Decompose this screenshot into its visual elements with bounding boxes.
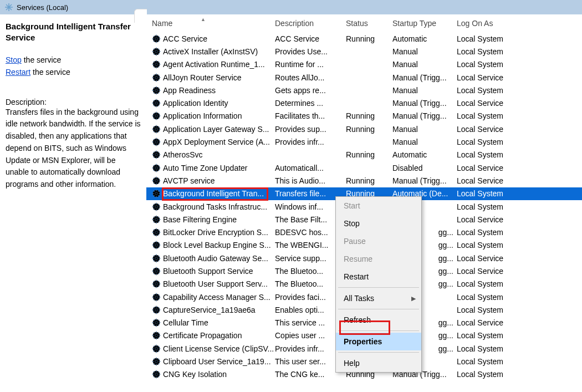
cell-description: This is Audio... (275, 176, 346, 185)
menu-help[interactable]: Help (336, 354, 421, 372)
column-headers: Name ▲ Description Status Startup Type L… (146, 14, 582, 32)
cell-logon: Local System (457, 111, 534, 120)
gear-icon (152, 111, 161, 120)
gear-icon (152, 344, 161, 353)
service-row[interactable]: Application Layer Gateway S...Provides s… (146, 123, 582, 135)
service-row[interactable]: ActiveX Installer (AxInstSV)Provides Use… (146, 45, 582, 58)
cell-logon: Local System (457, 189, 534, 198)
cell-name: Base Filtering Engine (163, 215, 275, 224)
gear-icon (152, 99, 161, 108)
service-row[interactable]: Agent Activation Runtime_1...Runtime for… (146, 58, 582, 71)
gear-icon (152, 318, 161, 327)
cell-name: CaptureService_1a19ae6a (163, 306, 275, 314)
sort-asc-icon: ▲ (201, 17, 206, 22)
cell-startup: Automatic (392, 34, 457, 43)
cell-name: AVCTP service (163, 176, 275, 185)
gear-icon (152, 189, 161, 198)
gear-icon (152, 241, 161, 250)
cell-logon: Local Service (457, 318, 534, 327)
cell-description: Provides sup... (275, 125, 346, 134)
submenu-caret-icon: ▶ (411, 295, 416, 302)
menu-separator (338, 330, 419, 331)
col-startup[interactable]: Startup Type (392, 19, 457, 28)
cell-name: Background Tasks Infrastruc... (163, 202, 275, 211)
cell-logon: Local System (457, 60, 534, 69)
service-row[interactable]: AllJoyn Router ServiceRoutes AllJo...Man… (146, 71, 582, 84)
col-status[interactable]: Status (346, 19, 392, 28)
service-row[interactable]: AppX Deployment Service (A...Provides in… (146, 135, 582, 148)
service-row[interactable]: Application IdentityDetermines ...Manual… (146, 96, 582, 109)
gear-icon (152, 202, 161, 211)
menu-properties[interactable]: Properties (336, 333, 421, 350)
gear-icon (152, 176, 161, 185)
cell-name: Bluetooth Audio Gateway Se... (163, 254, 275, 263)
cell-name: AppX Deployment Service (A... (163, 138, 275, 146)
cell-logon: Local Service (457, 99, 534, 108)
cell-logon: Local Service (457, 267, 534, 276)
gear-icon (152, 370, 161, 379)
gear-icon (152, 331, 161, 340)
menu-all-tasks[interactable]: All Tasks ▶ (336, 289, 421, 307)
cell-logon: Local Service (457, 73, 534, 82)
gear-icon (152, 138, 161, 146)
cell-name: Bluetooth User Support Serv... (163, 279, 275, 288)
cell-startup: Manual (392, 47, 457, 56)
service-row[interactable]: AVCTP serviceThis is Audio...RunningManu… (146, 174, 582, 187)
gear-icon (152, 150, 161, 159)
gear-icon (152, 267, 161, 276)
cell-status: Running (346, 34, 392, 43)
cell-description: ACC Service (275, 34, 346, 43)
menu-refresh[interactable]: Refresh (336, 311, 421, 329)
cell-name: Certificate Propagation (163, 331, 275, 340)
gear-icon (152, 254, 161, 263)
description-body: Transfers files in the background using … (6, 106, 141, 191)
service-row[interactable]: Application InformationFacilitates th...… (146, 110, 582, 123)
stop-service-link[interactable]: Stop (6, 55, 22, 64)
menu-stop[interactable]: Stop (336, 215, 421, 232)
col-logon[interactable]: Log On As (457, 19, 534, 28)
cell-name: Background Intelligent Tran... (163, 189, 275, 198)
cell-logon: Local System (457, 150, 534, 159)
menu-restart[interactable]: Restart (336, 268, 421, 286)
cell-startup: Manual (392, 125, 457, 134)
cell-logon: Local System (457, 331, 534, 340)
cell-name: Application Identity (163, 99, 275, 108)
cell-startup: Manual (Trigg... (392, 99, 457, 108)
cell-description: Runtime for ... (275, 60, 346, 69)
gear-icon (152, 357, 161, 366)
cell-logon: Local System (457, 228, 534, 237)
cell-logon: Local System (457, 86, 534, 95)
restart-suffix: the service (30, 68, 70, 77)
restart-service-link[interactable]: Restart (6, 68, 30, 77)
cell-name: Client License Service (ClipSV... (163, 344, 275, 353)
cell-description: Gets apps re... (275, 86, 346, 95)
col-name[interactable]: Name ▲ (152, 19, 275, 28)
detail-pane: Background Intelligent Transfer Service … (0, 14, 146, 392)
cell-name: Agent Activation Runtime_1... (163, 60, 275, 69)
gear-icon (152, 34, 161, 43)
cell-name: AtherosSvc (163, 150, 275, 159)
service-row[interactable]: App ReadinessGets apps re...ManualLocal … (146, 84, 582, 96)
cell-status: Running (346, 176, 392, 185)
cell-status: Running (346, 150, 392, 159)
cell-startup: Disabled (392, 164, 457, 172)
menu-start: Start (336, 197, 421, 215)
cell-name: Block Level Backup Engine S... (163, 241, 275, 250)
cell-logon: Local Service (457, 125, 534, 134)
service-row[interactable]: ACC ServiceACC ServiceRunningAutomaticLo… (146, 32, 582, 45)
cell-description: Automaticall... (275, 164, 346, 172)
gear-icon (152, 279, 161, 288)
cell-logon: Local System (457, 293, 534, 302)
cell-name: Auto Time Zone Updater (163, 164, 275, 172)
service-row[interactable]: AtherosSvcRunningAutomaticLocal System (146, 149, 582, 161)
col-description[interactable]: Description (275, 19, 346, 28)
service-row[interactable]: Auto Time Zone UpdaterAutomaticall...Dis… (146, 161, 582, 174)
cell-logon: Local Service (457, 176, 534, 185)
svg-point-14 (8, 6, 10, 8)
cell-startup: Manual (Trigg... (392, 111, 457, 120)
cell-logon: Local System (457, 34, 534, 43)
cell-description: Facilitates th... (275, 111, 346, 120)
stop-suffix: the service (22, 55, 62, 64)
cell-logon: Local System (457, 306, 534, 314)
cell-description: Routes AllJo... (275, 73, 346, 82)
